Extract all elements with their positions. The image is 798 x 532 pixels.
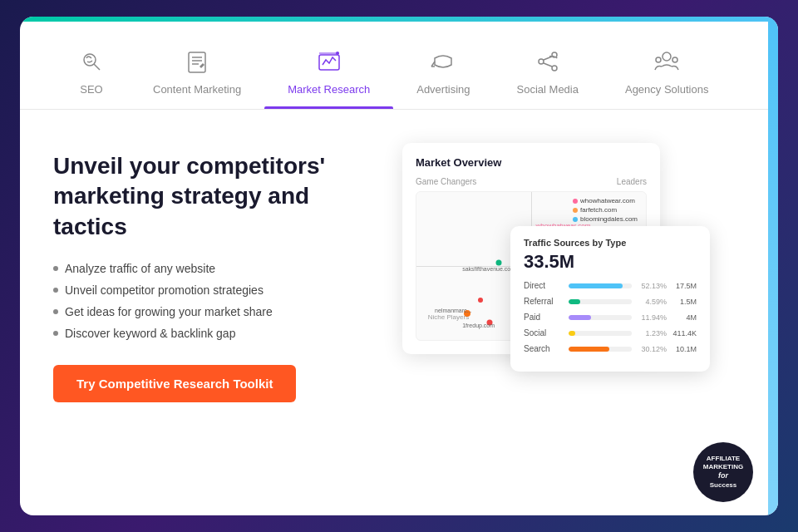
traffic-label-social: Social	[524, 328, 564, 337]
svg-point-12	[539, 59, 544, 64]
main-card: SEO Content Marketing	[20, 17, 778, 515]
leader-label-2: farfetch.com	[580, 206, 617, 214]
traffic-row-paid: Paid 11.94% 4M	[524, 313, 697, 322]
traffic-row-referral: Referral 4.59% 1.5M	[524, 297, 697, 306]
seo-icon	[76, 47, 106, 76]
svg-point-0	[84, 54, 96, 66]
leader-item-1: whowhatwear.com	[573, 197, 641, 204]
traffic-bar-paid	[569, 315, 591, 320]
badge-line4: Success	[710, 481, 736, 490]
traffic-bar-search	[569, 347, 609, 352]
traffic-total: 33.5M	[524, 251, 697, 273]
tab-agency-solutions[interactable]: Agency Solutions	[602, 47, 732, 109]
bullet-dot-4	[53, 331, 58, 336]
tab-advertising-label: Advertising	[416, 83, 470, 96]
traffic-label-referral: Referral	[524, 297, 564, 306]
traffic-pct-search: 30.12%	[637, 345, 667, 353]
badge-line2: MARKETING	[703, 463, 743, 471]
leader-item-2: farfetch.com	[573, 206, 641, 214]
leader-dot-3	[573, 217, 578, 222]
tab-seo-label: SEO	[80, 83, 102, 96]
agency-solutions-icon	[652, 47, 682, 76]
traffic-pct-paid: 11.94%	[637, 313, 667, 322]
svg-point-18	[656, 57, 661, 62]
tab-market-research-label: Market Research	[288, 83, 370, 96]
traffic-row-search: Search 30.12% 10.1M	[524, 344, 697, 353]
content-area: Unveil your competitors' marketing strat…	[20, 110, 778, 515]
traffic-bar-direct-wrap	[569, 283, 632, 288]
advertising-icon	[428, 47, 458, 76]
svg-line-15	[544, 63, 552, 66]
bullet-text-3: Get ideas for growing your market share	[65, 305, 273, 318]
bullet-text-2: Unveil competitor promotion strategies	[65, 283, 264, 297]
traffic-pct-direct: 52.13%	[637, 282, 667, 290]
traffic-label-direct: Direct	[524, 281, 564, 290]
svg-point-13	[552, 66, 557, 71]
traffic-label-search: Search	[524, 344, 564, 353]
bullet-item-1: Analyze traffic of any website	[53, 262, 369, 275]
traffic-val-paid: 4M	[672, 313, 697, 322]
bullet-text-1: Analyze traffic of any website	[65, 262, 215, 275]
game-changers-label: Game Changers	[416, 177, 476, 186]
leader-label-3: bloomingdales.com	[580, 215, 638, 223]
traffic-val-direct: 17.5M	[672, 282, 697, 290]
svg-line-1	[94, 64, 100, 70]
tab-social-media[interactable]: Social Media	[494, 47, 602, 109]
traffic-bar-referral	[569, 299, 580, 304]
bullet-list: Analyze traffic of any website Unveil co…	[53, 262, 369, 340]
traffic-pct-referral: 4.59%	[637, 298, 667, 306]
traffic-bar-paid-wrap	[569, 315, 632, 320]
traffic-val-referral: 1.5M	[672, 298, 697, 306]
cta-button[interactable]: Try Competitive Research Toolkit	[53, 365, 296, 402]
traffic-sources-card: Traffic Sources by Type 33.5M Direct 52.…	[510, 226, 710, 372]
chart-dot-3	[496, 260, 502, 266]
traffic-bar-referral-wrap	[569, 299, 632, 304]
bullet-item-4: Discover keyword & backlink gap	[53, 327, 369, 340]
traffic-pct-social: 1.23%	[637, 329, 667, 337]
leader-dot-2	[573, 208, 578, 213]
traffic-bar-social-wrap	[569, 331, 632, 336]
label-nelm: nelmanmarc...	[435, 308, 471, 313]
label-niche: Niche Players	[428, 313, 469, 321]
tab-agency-solutions-label: Agency Solutions	[625, 83, 708, 96]
tab-advertising[interactable]: Advertising	[393, 47, 493, 109]
traffic-label-paid: Paid	[524, 313, 564, 322]
badge-line1: AFFILIATE	[707, 455, 740, 463]
market-overview-title: Market Overview	[416, 156, 647, 169]
tab-market-research[interactable]: Market Research	[264, 47, 393, 109]
bullet-dot-3	[53, 309, 58, 314]
traffic-card-title: Traffic Sources by Type	[524, 238, 697, 248]
left-column: Unveil your competitors' marketing strat…	[53, 143, 369, 492]
chart-dot-4	[478, 298, 483, 303]
traffic-row-direct: Direct 52.13% 17.5M	[524, 281, 697, 290]
bullet-item-3: Get ideas for growing your market share	[53, 305, 369, 318]
svg-point-17	[672, 57, 677, 62]
label-saks: saksfifthavenue.com	[462, 266, 515, 272]
leader-label-1: whowhatwear.com	[580, 197, 635, 204]
traffic-val-search: 10.1M	[672, 345, 697, 353]
main-headline: Unveil your competitors' marketing strat…	[53, 151, 369, 242]
traffic-bar-direct	[569, 283, 623, 288]
bullet-dot-2	[53, 288, 58, 293]
social-media-icon	[533, 47, 563, 76]
bullet-dot-1	[53, 266, 58, 271]
traffic-row-social: Social 1.23% 411.4K	[524, 328, 697, 337]
nav-tabs: SEO Content Marketing	[20, 22, 778, 110]
tab-social-media-label: Social Media	[517, 83, 579, 96]
affiliate-badge: AFFILIATE MARKETING for Success	[693, 442, 753, 502]
bullet-item-2: Unveil competitor promotion strategies	[53, 283, 369, 297]
svg-line-14	[544, 57, 552, 60]
tab-seo[interactable]: SEO	[53, 47, 130, 109]
bullet-text-4: Discover keyword & backlink gap	[65, 327, 235, 340]
traffic-bar-social	[569, 331, 575, 336]
chart-header: Game Changers Leaders	[416, 177, 647, 186]
content-marketing-icon	[182, 47, 212, 76]
top-accent	[20, 17, 778, 22]
svg-point-16	[663, 52, 671, 61]
traffic-val-social: 411.4K	[672, 329, 697, 337]
svg-point-8	[336, 52, 339, 55]
badge-line3: for	[718, 471, 728, 481]
tab-content-marketing[interactable]: Content Marketing	[130, 47, 264, 109]
leader-item-3: bloomingdales.com	[573, 215, 641, 223]
leaders-label: Leaders	[617, 177, 647, 186]
